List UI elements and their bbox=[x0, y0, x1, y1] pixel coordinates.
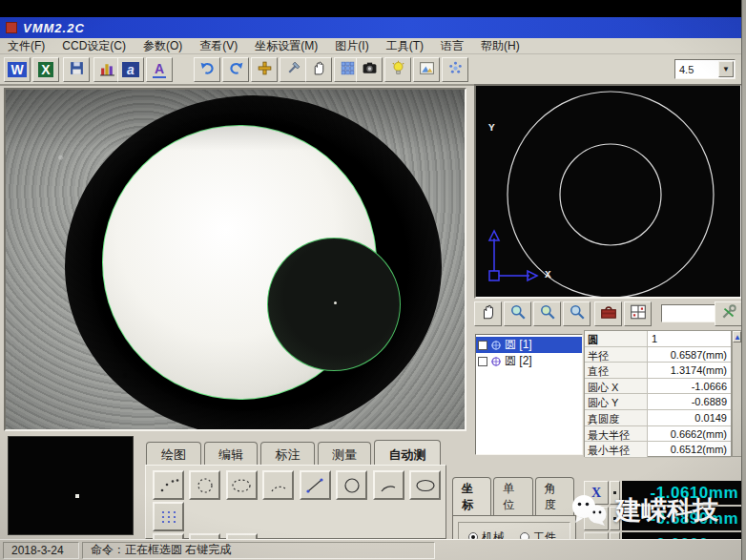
light-button[interactable] bbox=[384, 57, 411, 82]
auto-circle-button[interactable] bbox=[336, 470, 367, 500]
menu-language[interactable]: 语言 bbox=[441, 38, 464, 54]
fit-arc-button[interactable] bbox=[262, 470, 294, 500]
cad-y-axis-label: Y bbox=[488, 122, 495, 134]
redo-button[interactable] bbox=[222, 57, 249, 82]
menu-parameters[interactable]: 参数(O) bbox=[143, 38, 182, 54]
table-row[interactable]: 最小半径 0.6512(mm) bbox=[585, 442, 731, 458]
table-row[interactable]: 真圆度 0.0149 bbox=[585, 410, 731, 426]
row-value: 0.6662(mm) bbox=[648, 426, 731, 442]
feature-checkbox[interactable] bbox=[478, 357, 487, 366]
auto-ellipse-button[interactable] bbox=[409, 470, 441, 500]
tab-coordinate[interactable]: 坐标 bbox=[452, 477, 491, 515]
y-axis-row: Y -0.6890mm bbox=[584, 507, 742, 530]
settings-tools-button[interactable] bbox=[715, 301, 742, 326]
y-zero-button[interactable] bbox=[610, 507, 620, 530]
table-row[interactable]: 圆心 Y -0.6889 bbox=[585, 394, 731, 410]
probe-button[interactable] bbox=[280, 57, 306, 82]
table-row[interactable]: 圆心 X -1.0666 bbox=[585, 379, 731, 395]
row-value: 0.0149 bbox=[648, 410, 731, 425]
tab-annotate[interactable]: 标注 bbox=[260, 442, 315, 465]
menu-help[interactable]: 帮助(H) bbox=[481, 38, 520, 54]
toolbox-button[interactable] bbox=[594, 301, 622, 326]
status-date: 2018-3-24 bbox=[3, 542, 79, 559]
status-message: 命令：正在框选圆 右键完成 bbox=[82, 542, 435, 559]
chart-button[interactable] bbox=[93, 57, 120, 82]
navigator-preview[interactable] bbox=[8, 436, 134, 535]
auto-arc-button[interactable] bbox=[373, 470, 404, 500]
tab-edit[interactable]: 编辑 bbox=[204, 442, 258, 465]
camera-image-view[interactable] bbox=[4, 88, 466, 431]
menu-view[interactable]: 查看(V) bbox=[199, 38, 238, 54]
header-name: 圆 bbox=[585, 331, 648, 346]
zoom-in-button[interactable] bbox=[504, 301, 531, 326]
fit-ellipse-button[interactable] bbox=[226, 470, 258, 500]
dropdown-arrow-icon[interactable]: ▼ bbox=[718, 61, 734, 77]
menu-tools[interactable]: 工具(T) bbox=[386, 38, 424, 54]
auto-line-button[interactable] bbox=[300, 470, 331, 500]
y-axis-value: -0.6890mm bbox=[622, 507, 742, 530]
bar-chart-icon bbox=[99, 60, 115, 80]
scroll-up-icon[interactable]: ▲ bbox=[733, 331, 741, 342]
menu-ccd-settings[interactable]: CCD设定(C) bbox=[62, 38, 126, 54]
fit-points-button[interactable] bbox=[153, 470, 184, 500]
line-points-icon bbox=[303, 476, 326, 495]
fit-circle-button[interactable] bbox=[189, 470, 220, 500]
feature-list-item-circle-1[interactable]: 圆 [1] bbox=[476, 337, 582, 353]
calibration-button[interactable]: A bbox=[146, 57, 173, 82]
image-window-button[interactable] bbox=[413, 57, 440, 82]
export-word-button[interactable]: W bbox=[4, 57, 31, 82]
row-name: 圆心 X bbox=[585, 379, 648, 394]
point-fit-icon bbox=[157, 476, 180, 495]
undo-button[interactable] bbox=[194, 57, 220, 82]
crosshair-button[interactable] bbox=[251, 57, 278, 82]
cad-graphics-view[interactable]: Y X bbox=[474, 84, 742, 299]
feature-list: 圆 [1] 圆 [2] bbox=[475, 334, 583, 455]
row-name: 最大半径 bbox=[585, 426, 648, 442]
ccd-capture-button[interactable]: a bbox=[117, 57, 144, 82]
circle-center-marker bbox=[334, 301, 337, 304]
table-row[interactable]: 最大半径 0.6662(mm) bbox=[585, 426, 731, 443]
pan-view-button[interactable] bbox=[474, 301, 502, 326]
tab-measure[interactable]: 测量 bbox=[318, 442, 371, 465]
row-value: -1.0666 bbox=[648, 379, 731, 394]
menu-file[interactable]: 文件(F) bbox=[8, 38, 45, 54]
table-row[interactable]: 直径 1.3174(mm) bbox=[585, 363, 731, 379]
multipoint-button[interactable] bbox=[442, 57, 468, 82]
menu-image[interactable]: 图片(I) bbox=[335, 38, 368, 54]
application-window: VMM2.2C 文件(F) CCD设定(C) 参数(O) 查看(V) 坐标设置(… bbox=[0, 0, 746, 560]
calibration-icon: A bbox=[153, 61, 166, 78]
pan-button[interactable] bbox=[305, 57, 332, 82]
zoom-fit-button[interactable] bbox=[563, 301, 591, 326]
magnifier-minus-icon bbox=[539, 303, 556, 324]
table-icon bbox=[630, 303, 647, 324]
tab-unit[interactable]: 单位 bbox=[493, 477, 532, 515]
measure-filter-input[interactable] bbox=[661, 304, 716, 322]
x-zero-button[interactable] bbox=[610, 481, 620, 505]
row-name: 圆心 Y bbox=[585, 394, 648, 409]
table-row[interactable]: 半径 0.6587(mm) bbox=[585, 347, 731, 363]
hand-icon bbox=[311, 60, 327, 80]
point-cloud-button[interactable] bbox=[153, 502, 184, 531]
feature-checkbox[interactable] bbox=[478, 341, 487, 350]
magnification-dropdown[interactable]: 4.5 ▼ bbox=[674, 59, 736, 79]
menu-coordinate-settings[interactable]: 坐标设置(M) bbox=[255, 38, 318, 54]
title-bar[interactable]: VMM2.2C bbox=[0, 17, 741, 38]
export-excel-button[interactable]: X bbox=[32, 57, 59, 82]
dot-grid-icon bbox=[157, 508, 180, 527]
menu-bar: 文件(F) CCD设定(C) 参数(O) 查看(V) 坐标设置(M) 图片(I)… bbox=[0, 38, 741, 54]
magnification-value: 4.5 bbox=[675, 64, 717, 75]
draw-tab-bar: 绘图 编辑 标注 测量 自动测绘 bbox=[146, 442, 444, 465]
tab-draw[interactable]: 绘图 bbox=[146, 442, 201, 465]
zoom-out-button[interactable] bbox=[533, 301, 561, 326]
view-toolbar bbox=[474, 301, 742, 329]
tab-auto-measure[interactable]: 自动测绘 bbox=[374, 440, 441, 465]
x-axis-button[interactable]: X bbox=[584, 481, 609, 505]
row-value: -0.6889 bbox=[648, 394, 731, 409]
table-header-row[interactable]: 圆 1 bbox=[585, 331, 731, 347]
report-table-button[interactable] bbox=[624, 301, 652, 326]
tab-angle[interactable]: 角度 bbox=[535, 477, 574, 515]
capture-button[interactable] bbox=[356, 57, 383, 82]
save-button[interactable] bbox=[63, 57, 90, 82]
y-axis-button[interactable]: Y bbox=[584, 507, 609, 530]
feature-list-item-circle-2[interactable]: 圆 [2] bbox=[476, 353, 582, 369]
